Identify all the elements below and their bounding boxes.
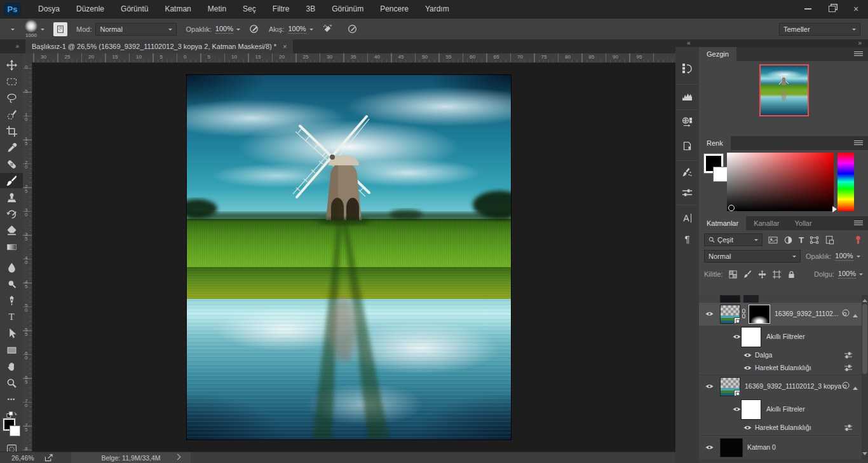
navigator-proxy-view[interactable] — [759, 64, 809, 116]
tab-color[interactable]: Renk — [699, 136, 731, 150]
smart-filter-mask-thumbnail[interactable] — [741, 327, 761, 347]
status-zoom-field[interactable]: 26,46% — [11, 454, 44, 462]
zoom-tool[interactable] — [0, 375, 23, 390]
filter-name[interactable]: Hareket Bulanıklığı — [755, 364, 811, 371]
menu-item[interactable]: Görüntü — [112, 0, 156, 18]
document-image[interactable] — [187, 75, 511, 439]
scroll-down-icon[interactable] — [862, 452, 867, 458]
layers-scrollbar[interactable] — [862, 295, 868, 459]
move-tool[interactable] — [0, 57, 23, 73]
layer-thumbnail[interactable] — [720, 305, 740, 324]
scroll-up-icon[interactable] — [862, 296, 867, 302]
filter-blend-options-icon[interactable] — [844, 352, 853, 359]
foreground-background-colors[interactable] — [3, 418, 21, 438]
menu-item[interactable]: Metin — [200, 0, 234, 18]
background-color-swatch[interactable] — [10, 425, 20, 436]
background-color-swatch[interactable] — [713, 167, 728, 182]
layer-name[interactable]: 16369_9392_11102... — [775, 310, 839, 317]
history-panel-icon[interactable] — [675, 59, 699, 78]
filter-pixel-layers-icon[interactable] — [768, 235, 778, 245]
visibility-eye-icon[interactable] — [743, 425, 752, 431]
blend-mode-select[interactable]: Normal — [704, 250, 801, 263]
smart-filters-row[interactable]: Akıllı Filtreler — [699, 398, 862, 421]
filter-entry-row[interactable]: Hareket Bulanıklığı — [699, 421, 862, 434]
layer-mask-thumbnail[interactable] — [749, 305, 770, 324]
chevron-down-icon[interactable] — [41, 29, 44, 32]
layer-name[interactable]: Katman 0 — [747, 443, 776, 451]
menu-item[interactable]: Pencere — [372, 0, 417, 18]
chevron-down-icon[interactable] — [11, 29, 15, 32]
edit-toolbar-icon[interactable]: ••• — [0, 392, 23, 407]
canvas-area[interactable]: 3025201510505101520253035404550556065707… — [23, 53, 675, 452]
layer-filter-toggle-icon[interactable] — [853, 235, 863, 245]
menu-item[interactable]: 3B — [297, 0, 323, 18]
menu-item[interactable]: Görünüm — [323, 0, 372, 18]
clone-stamp-tool[interactable] — [0, 190, 23, 205]
lasso-tool[interactable] — [0, 90, 23, 106]
filter-shape-layers-icon[interactable] — [810, 235, 819, 245]
lock-artboard-icon[interactable] — [773, 270, 781, 279]
layer-row[interactable]: 16369_9392_11102012_3 kopya — [699, 375, 862, 398]
airbrush-icon[interactable] — [322, 24, 333, 34]
blur-tool[interactable] — [0, 259, 23, 275]
visibility-eye-icon[interactable] — [705, 445, 714, 450]
crop-tool[interactable] — [0, 123, 23, 139]
collapse-smart-filters-icon[interactable] — [853, 312, 858, 317]
filter-name[interactable]: Hareket Bulanıklığı — [755, 424, 811, 431]
filter-name[interactable]: Dalga — [755, 351, 772, 359]
paragraph-panel-icon[interactable]: ¶ — [675, 229, 699, 248]
smart-filter-icon[interactable] — [841, 308, 850, 317]
filter-smart-objects-icon[interactable] — [825, 235, 834, 245]
smoothing-icon[interactable] — [347, 24, 358, 34]
color-field-cursor[interactable] — [728, 205, 735, 211]
layer-filter-select[interactable]: Çeşit — [704, 233, 763, 246]
filter-type-layers-icon[interactable]: T — [799, 235, 804, 245]
pressure-opacity-icon[interactable] — [249, 24, 260, 34]
smart-filters-row[interactable]: Akıllı Filtreler — [699, 326, 862, 349]
mask-link-icon[interactable] — [742, 308, 746, 319]
visibility-eye-icon[interactable] — [733, 334, 741, 340]
lock-paint-icon[interactable] — [743, 270, 752, 279]
layer-name[interactable]: 16369_9392_11102012_3 kopya — [745, 382, 841, 390]
filter-blend-options-icon[interactable] — [844, 364, 853, 371]
menu-item[interactable]: Seç — [234, 0, 264, 18]
tab-layers[interactable]: Katmanlar — [699, 216, 746, 230]
gradient-tool[interactable] — [0, 239, 23, 254]
close-window-icon[interactable]: × — [844, 0, 868, 18]
saturation-brightness-field[interactable] — [727, 153, 834, 211]
menu-item[interactable]: Katman — [156, 0, 199, 18]
filter-adjustment-layers-icon[interactable] — [783, 235, 793, 245]
visibility-eye-icon[interactable] — [743, 352, 752, 358]
mode-select[interactable]: Normal — [95, 23, 177, 36]
scrollbar-thumb[interactable] — [862, 304, 867, 374]
brush-tool[interactable] — [0, 173, 23, 188]
panel-menu-icon[interactable] — [854, 141, 863, 146]
clone-source-panel-icon[interactable] — [675, 136, 699, 155]
visibility-eye-icon[interactable] — [743, 365, 752, 371]
layer-opacity-select[interactable]: 100% — [835, 252, 860, 261]
path-selection-tool[interactable] — [0, 326, 23, 341]
hand-tool[interactable] — [0, 359, 23, 374]
smart-filter-icon[interactable] — [841, 381, 850, 390]
character-panel-icon[interactable]: A — [675, 209, 699, 228]
eyedropper-tool[interactable] — [0, 140, 23, 155]
visibility-eye-icon[interactable] — [733, 406, 741, 412]
layer-thumbnail[interactable] — [720, 377, 740, 396]
tab-navigator[interactable]: Gezgin — [699, 47, 736, 61]
tab-channels[interactable]: Kanallar — [746, 216, 787, 230]
toolbar-expand-icon[interactable]: » — [0, 39, 23, 53]
document-tab[interactable]: Başlıksız-1 @ 26,5% (16369_9392_11102012… — [25, 39, 293, 53]
document-size-info[interactable]: Belge: 11,9M/33,4M — [71, 452, 191, 463]
rectangular-marquee-tool[interactable] — [0, 74, 23, 89]
brushes-panel-icon[interactable] — [675, 163, 699, 182]
restore-icon[interactable] — [820, 0, 844, 18]
dodge-tool[interactable] — [0, 276, 23, 291]
expand-panels-icon[interactable]: » — [858, 39, 862, 46]
layer-thumbnail[interactable] — [720, 438, 743, 457]
menu-item[interactable]: Yardım — [417, 0, 458, 18]
visibility-eye-icon[interactable] — [705, 311, 714, 317]
filter-entry-row[interactable]: Dalga — [699, 349, 862, 361]
pen-tool[interactable] — [0, 293, 23, 308]
workspace-select[interactable]: Temeller — [779, 23, 860, 36]
lock-position-icon[interactable] — [758, 270, 766, 279]
